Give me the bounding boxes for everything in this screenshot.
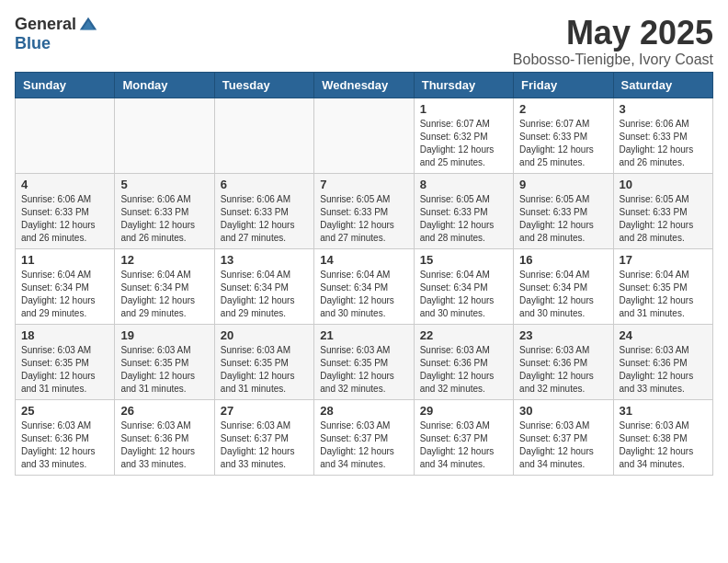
day-info: Sunrise: 6:05 AM Sunset: 6:33 PM Dayligh… [519, 193, 607, 245]
location-title: Bobosso-Tienigbe, Ivory Coast [513, 52, 713, 68]
day-number: 18 [21, 328, 108, 342]
day-number: 31 [620, 404, 707, 418]
weekday-saturday: Saturday [613, 72, 712, 98]
calendar-cell [16, 98, 115, 173]
day-number: 15 [420, 253, 507, 267]
weekday-thursday: Thursday [414, 72, 513, 98]
day-info: Sunrise: 6:04 AM Sunset: 6:35 PM Dayligh… [620, 269, 707, 320]
calendar-cell [314, 98, 414, 173]
day-info: Sunrise: 6:06 AM Sunset: 6:33 PM Dayligh… [221, 193, 308, 245]
logo-general: General [15, 16, 76, 34]
calendar-week-5: 25Sunrise: 6:03 AM Sunset: 6:36 PM Dayli… [16, 399, 713, 475]
day-number: 26 [120, 404, 208, 418]
day-info: Sunrise: 6:03 AM Sunset: 6:35 PM Dayligh… [21, 344, 108, 396]
calendar-cell: 22Sunrise: 6:03 AM Sunset: 6:36 PM Dayli… [414, 324, 513, 399]
day-info: Sunrise: 6:03 AM Sunset: 6:35 PM Dayligh… [221, 344, 308, 396]
day-number: 8 [420, 178, 507, 191]
day-number: 9 [519, 178, 607, 191]
calendar-cell [115, 98, 214, 173]
calendar-cell: 28Sunrise: 6:03 AM Sunset: 6:37 PM Dayli… [314, 399, 414, 475]
calendar-cell: 1Sunrise: 6:07 AM Sunset: 6:32 PM Daylig… [414, 98, 513, 173]
calendar-cell: 29Sunrise: 6:03 AM Sunset: 6:37 PM Dayli… [414, 399, 513, 475]
logo: General Blue [15, 15, 98, 53]
day-number: 23 [519, 328, 607, 342]
calendar-body: 1Sunrise: 6:07 AM Sunset: 6:32 PM Daylig… [16, 98, 713, 475]
calendar-cell: 18Sunrise: 6:03 AM Sunset: 6:35 PM Dayli… [16, 324, 115, 399]
day-info: Sunrise: 6:03 AM Sunset: 6:36 PM Dayligh… [21, 419, 108, 471]
day-number: 25 [21, 404, 108, 418]
day-number: 27 [221, 404, 308, 418]
calendar-cell: 17Sunrise: 6:04 AM Sunset: 6:35 PM Dayli… [613, 248, 712, 324]
calendar-cell: 26Sunrise: 6:03 AM Sunset: 6:36 PM Dayli… [115, 399, 214, 475]
day-number: 17 [620, 253, 707, 267]
day-info: Sunrise: 6:04 AM Sunset: 6:34 PM Dayligh… [519, 269, 607, 320]
calendar-cell [214, 98, 313, 173]
day-number: 29 [420, 404, 507, 418]
day-info: Sunrise: 6:06 AM Sunset: 6:33 PM Dayligh… [21, 193, 108, 245]
calendar-cell: 19Sunrise: 6:03 AM Sunset: 6:35 PM Dayli… [115, 324, 214, 399]
calendar-cell: 5Sunrise: 6:06 AM Sunset: 6:33 PM Daylig… [115, 173, 214, 248]
day-number: 3 [620, 102, 707, 116]
day-number: 22 [420, 328, 507, 342]
calendar-cell: 23Sunrise: 6:03 AM Sunset: 6:36 PM Dayli… [514, 324, 613, 399]
weekday-sunday: Sunday [16, 72, 115, 98]
calendar-cell: 2Sunrise: 6:07 AM Sunset: 6:33 PM Daylig… [514, 98, 613, 173]
day-info: Sunrise: 6:04 AM Sunset: 6:34 PM Dayligh… [420, 269, 507, 320]
logo-icon [78, 15, 98, 35]
month-title: May 2025 [513, 15, 713, 52]
day-info: Sunrise: 6:04 AM Sunset: 6:34 PM Dayligh… [21, 269, 108, 320]
weekday-tuesday: Tuesday [214, 72, 313, 98]
day-info: Sunrise: 6:03 AM Sunset: 6:36 PM Dayligh… [620, 344, 707, 396]
day-number: 24 [620, 328, 707, 342]
calendar-cell: 25Sunrise: 6:03 AM Sunset: 6:36 PM Dayli… [16, 399, 115, 475]
calendar-cell: 15Sunrise: 6:04 AM Sunset: 6:34 PM Dayli… [414, 248, 513, 324]
calendar-cell: 7Sunrise: 6:05 AM Sunset: 6:33 PM Daylig… [314, 173, 414, 248]
calendar-cell: 24Sunrise: 6:03 AM Sunset: 6:36 PM Dayli… [613, 324, 712, 399]
day-number: 11 [21, 253, 108, 267]
page-header: General Blue May 2025 Bobosso-Tienigbe, … [15, 15, 713, 68]
day-number: 19 [120, 328, 208, 342]
day-number: 1 [420, 102, 507, 116]
day-info: Sunrise: 6:03 AM Sunset: 6:35 PM Dayligh… [320, 344, 407, 396]
calendar-cell: 9Sunrise: 6:05 AM Sunset: 6:33 PM Daylig… [514, 173, 613, 248]
calendar-cell: 30Sunrise: 6:03 AM Sunset: 6:37 PM Dayli… [514, 399, 613, 475]
calendar-cell: 21Sunrise: 6:03 AM Sunset: 6:35 PM Dayli… [314, 324, 414, 399]
day-number: 13 [221, 253, 308, 267]
calendar-week-1: 1Sunrise: 6:07 AM Sunset: 6:32 PM Daylig… [16, 98, 713, 173]
day-number: 20 [221, 328, 308, 342]
day-number: 2 [519, 102, 607, 116]
calendar-cell: 13Sunrise: 6:04 AM Sunset: 6:34 PM Dayli… [214, 248, 313, 324]
day-info: Sunrise: 6:03 AM Sunset: 6:37 PM Dayligh… [221, 419, 308, 471]
day-number: 28 [320, 404, 407, 418]
title-area: May 2025 Bobosso-Tienigbe, Ivory Coast [513, 15, 713, 68]
calendar-cell: 27Sunrise: 6:03 AM Sunset: 6:37 PM Dayli… [214, 399, 313, 475]
calendar-table: SundayMondayTuesdayWednesdayThursdayFrid… [15, 72, 713, 476]
day-info: Sunrise: 6:03 AM Sunset: 6:37 PM Dayligh… [320, 419, 407, 471]
day-info: Sunrise: 6:03 AM Sunset: 6:37 PM Dayligh… [420, 419, 507, 471]
day-info: Sunrise: 6:03 AM Sunset: 6:36 PM Dayligh… [120, 419, 208, 471]
day-info: Sunrise: 6:03 AM Sunset: 6:35 PM Dayligh… [120, 344, 208, 396]
day-number: 5 [120, 178, 208, 191]
calendar-cell: 6Sunrise: 6:06 AM Sunset: 6:33 PM Daylig… [214, 173, 313, 248]
weekday-header-row: SundayMondayTuesdayWednesdayThursdayFrid… [16, 72, 713, 98]
calendar-cell: 11Sunrise: 6:04 AM Sunset: 6:34 PM Dayli… [16, 248, 115, 324]
calendar-cell: 4Sunrise: 6:06 AM Sunset: 6:33 PM Daylig… [16, 173, 115, 248]
calendar-cell: 10Sunrise: 6:05 AM Sunset: 6:33 PM Dayli… [613, 173, 712, 248]
calendar-cell: 3Sunrise: 6:06 AM Sunset: 6:33 PM Daylig… [613, 98, 712, 173]
calendar-cell: 14Sunrise: 6:04 AM Sunset: 6:34 PM Dayli… [314, 248, 414, 324]
day-info: Sunrise: 6:06 AM Sunset: 6:33 PM Dayligh… [620, 118, 707, 169]
day-number: 4 [21, 178, 108, 191]
day-info: Sunrise: 6:07 AM Sunset: 6:32 PM Dayligh… [420, 118, 507, 169]
day-number: 12 [120, 253, 208, 267]
logo-blue: Blue [15, 35, 51, 53]
calendar-cell: 16Sunrise: 6:04 AM Sunset: 6:34 PM Dayli… [514, 248, 613, 324]
day-info: Sunrise: 6:07 AM Sunset: 6:33 PM Dayligh… [519, 118, 607, 169]
day-info: Sunrise: 6:03 AM Sunset: 6:36 PM Dayligh… [519, 344, 607, 396]
calendar-week-2: 4Sunrise: 6:06 AM Sunset: 6:33 PM Daylig… [16, 173, 713, 248]
day-info: Sunrise: 6:03 AM Sunset: 6:38 PM Dayligh… [620, 419, 707, 471]
calendar-cell: 31Sunrise: 6:03 AM Sunset: 6:38 PM Dayli… [613, 399, 712, 475]
day-info: Sunrise: 6:03 AM Sunset: 6:36 PM Dayligh… [420, 344, 507, 396]
calendar-cell: 20Sunrise: 6:03 AM Sunset: 6:35 PM Dayli… [214, 324, 313, 399]
day-number: 10 [620, 178, 707, 191]
day-info: Sunrise: 6:04 AM Sunset: 6:34 PM Dayligh… [120, 269, 208, 320]
